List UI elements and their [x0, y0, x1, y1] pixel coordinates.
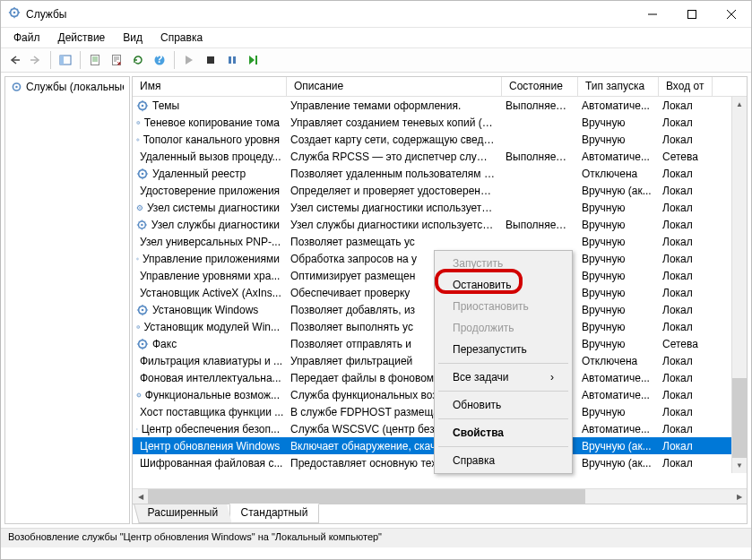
- service-row[interactable]: Узел службы диагностикиУзел службы диагн…: [133, 216, 747, 233]
- svg-rect-12: [255, 56, 257, 65]
- back-button[interactable]: [4, 50, 24, 70]
- cell-logon: Локал: [659, 286, 713, 300]
- pause-service-button[interactable]: [222, 50, 242, 70]
- properties-button[interactable]: [85, 50, 105, 70]
- cell-name: Хост поставщика функции ...: [133, 405, 287, 419]
- col-logon[interactable]: Вход от: [659, 77, 713, 96]
- ctx-resume: Продолжить: [437, 317, 570, 339]
- scroll-thumb-v[interactable]: [732, 378, 747, 458]
- tab-standard[interactable]: Стандартный: [229, 504, 320, 523]
- cell-state: [502, 173, 578, 175]
- menu-help[interactable]: Справка: [153, 30, 210, 46]
- cell-startup: Вручную (ак...: [578, 184, 659, 198]
- col-startup[interactable]: Тип запуска: [578, 77, 659, 96]
- service-row[interactable]: Тополог канального уровняСоздает карту с…: [133, 131, 747, 148]
- scroll-down-button[interactable]: ▼: [732, 458, 747, 473]
- cell-startup: Отключена: [578, 354, 659, 368]
- cell-name: Удостоверение приложения: [133, 184, 287, 198]
- scroll-left-button[interactable]: ◀: [133, 489, 148, 504]
- cell-description: Служба RPCSS — это диспетчер служб для .…: [287, 150, 502, 164]
- cell-startup: Автоматиче...: [578, 150, 659, 164]
- menu-action[interactable]: Действие: [51, 30, 113, 46]
- cell-logon: Локал: [659, 218, 713, 232]
- service-row[interactable]: Теневое копирование томаУправляет создан…: [133, 114, 747, 131]
- cell-name: Установщик ActiveX (AxIns...: [133, 286, 287, 300]
- restart-service-button[interactable]: [244, 50, 264, 70]
- cell-logon: Локал: [659, 184, 713, 198]
- maximize-button[interactable]: [672, 1, 712, 27]
- show-hide-tree-button[interactable]: [56, 50, 75, 70]
- service-row[interactable]: Удостоверение приложенияОпределяет и про…: [133, 182, 747, 199]
- cell-name: Темы: [133, 99, 287, 113]
- cell-state: [502, 122, 578, 124]
- stop-service-button[interactable]: [201, 50, 220, 70]
- cell-startup: Автоматиче...: [578, 388, 659, 402]
- col-name[interactable]: Имя: [133, 77, 287, 96]
- service-row[interactable]: ТемыУправление темами оформления.Выполня…: [133, 97, 747, 114]
- cell-logon: Локал: [659, 235, 713, 249]
- cell-name: Центр обновления Windows: [133, 439, 287, 453]
- horizontal-scrollbar[interactable]: ◀ ▶: [133, 488, 747, 504]
- cell-name: Узел службы диагностики: [133, 218, 287, 232]
- scroll-up-button[interactable]: ▲: [732, 97, 747, 112]
- svg-rect-10: [229, 56, 231, 64]
- cell-state: Выполняется: [502, 218, 578, 232]
- cell-startup: Вручную: [578, 218, 659, 232]
- cell-logon: Сетева: [659, 150, 713, 164]
- status-bar: Возобновление службы "Центр обновления W…: [1, 528, 751, 547]
- cell-description: Позволяет размещать ус: [287, 235, 502, 249]
- cell-description: Позволяет удаленным пользователям изм...: [287, 167, 502, 181]
- col-description[interactable]: Описание: [287, 77, 502, 96]
- ctx-all-tasks[interactable]: Все задачи: [437, 366, 570, 388]
- cell-startup: Автоматиче...: [578, 99, 659, 113]
- svg-rect-9: [207, 56, 214, 64]
- ctx-help[interactable]: Справка: [437, 450, 570, 471]
- cell-logon: Локал: [659, 388, 713, 402]
- cell-logon: Локал: [659, 303, 713, 317]
- ctx-properties[interactable]: Свойства: [437, 422, 570, 444]
- menu-view[interactable]: Вид: [116, 30, 150, 46]
- forward-button[interactable]: [26, 50, 46, 70]
- cell-logon: Локал: [659, 252, 713, 266]
- minimize-button[interactable]: [633, 1, 672, 27]
- cell-startup: Вручную (ак...: [578, 439, 659, 453]
- scroll-thumb-h[interactable]: [148, 489, 585, 504]
- service-row[interactable]: Узел системы диагностикиУзел системы диа…: [133, 199, 747, 216]
- tree-item-services-local[interactable]: Службы (локальные): [7, 79, 127, 95]
- close-button[interactable]: [712, 1, 751, 27]
- svg-point-24: [142, 172, 144, 175]
- svg-point-42: [138, 326, 139, 327]
- ctx-restart[interactable]: Перезапустить: [437, 339, 570, 360]
- tab-extended[interactable]: Расширенный: [134, 504, 231, 523]
- menu-file[interactable]: Файл: [6, 30, 48, 46]
- toolbar: ?: [1, 47, 751, 73]
- cell-logon: Локал: [659, 320, 713, 334]
- svg-point-18: [138, 122, 139, 123]
- svg-rect-11: [233, 56, 236, 64]
- cell-logon: Локал: [659, 456, 713, 470]
- cell-startup: Вручную: [578, 235, 659, 249]
- view-tabs: Расширенный Стандартный: [133, 504, 747, 523]
- export-button[interactable]: [107, 50, 126, 70]
- cell-description: Узел системы диагностики используется с.…: [287, 201, 502, 215]
- service-row[interactable]: Удаленный вызов процеду...Служба RPCSS —…: [133, 148, 747, 165]
- svg-point-34: [137, 258, 138, 259]
- col-state[interactable]: Состояние: [502, 77, 578, 96]
- service-row[interactable]: Узел универсальных PNP-...Позволяет разм…: [133, 233, 747, 250]
- cell-name: Фоновая интеллектуальна...: [133, 371, 287, 385]
- ctx-refresh[interactable]: Обновить: [437, 394, 570, 416]
- cell-name: Теневое копирование тома: [133, 116, 287, 130]
- cell-state: Выполняется: [502, 99, 578, 113]
- cell-logon: Локал: [659, 371, 713, 385]
- start-service-button[interactable]: [179, 50, 199, 70]
- cell-name: Фильтрация клавиатуры и ...: [133, 354, 287, 368]
- help-button[interactable]: ?: [150, 50, 169, 70]
- service-row[interactable]: Удаленный реестрПозволяет удаленным поль…: [133, 165, 747, 182]
- cell-startup: Вручную: [578, 201, 659, 215]
- svg-point-20: [137, 139, 138, 140]
- vertical-scrollbar[interactable]: ▲ ▼: [731, 97, 747, 473]
- cell-name: Тополог канального уровня: [133, 133, 287, 147]
- scroll-right-button[interactable]: ▶: [731, 489, 747, 504]
- refresh-button[interactable]: [128, 50, 148, 70]
- ctx-stop[interactable]: Остановить: [437, 274, 570, 296]
